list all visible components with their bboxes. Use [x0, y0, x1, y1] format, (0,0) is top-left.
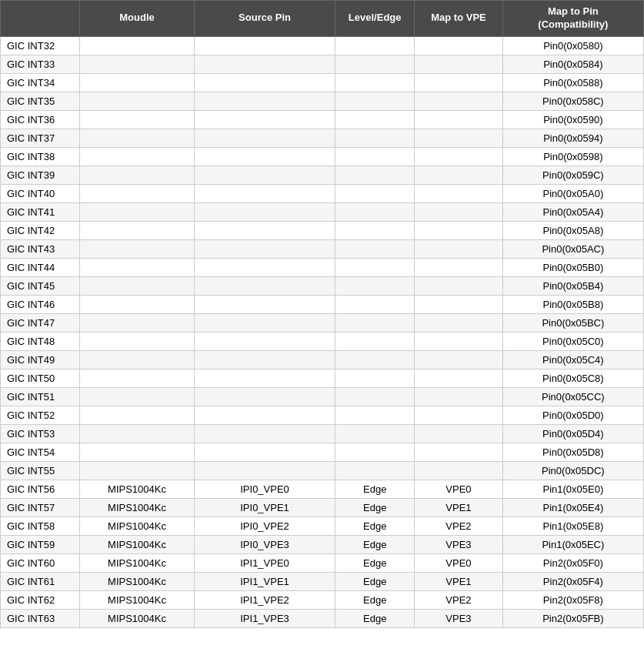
cell-module: [80, 92, 195, 110]
cell-map-to-vpe: VPE3: [415, 609, 503, 627]
table-row: GIC INT40Pin0(0x05A0): [1, 184, 644, 202]
table-row: GIC INT34Pin0(0x0588): [1, 73, 644, 92]
cell-module: MIPS1004Kc: [80, 535, 195, 553]
cell-map-to-vpe: VPE2: [415, 590, 503, 609]
cell-level-edge: [335, 406, 415, 424]
cell-module: [80, 110, 195, 129]
cell-module: [80, 424, 195, 443]
cell-module: [80, 36, 195, 55]
col-header-map-to-pin: Map to Pin (Compatibility): [502, 1, 643, 37]
cell-map-to-vpe: [415, 461, 503, 480]
cell-source-pin: [194, 184, 335, 202]
cell-source-pin: [194, 258, 335, 276]
table-row: GIC INT35Pin0(0x058C): [1, 92, 644, 110]
table-row: GIC INT32Pin0(0x0580): [1, 36, 644, 55]
cell-map-to-vpe: [415, 239, 503, 258]
cell-map-to-pin: Pin0(0x05A8): [502, 221, 643, 239]
cell-name: GIC INT41: [1, 202, 80, 221]
cell-level-edge: [335, 387, 415, 406]
cell-name: GIC INT43: [1, 239, 80, 258]
cell-source-pin: [194, 73, 335, 92]
cell-module: [80, 332, 195, 350]
cell-map-to-pin: Pin0(0x0590): [502, 110, 643, 129]
cell-map-to-pin: Pin0(0x0594): [502, 129, 643, 147]
cell-name: GIC INT58: [1, 517, 80, 535]
col-header-module: Moudle: [80, 1, 195, 37]
cell-source-pin: [194, 295, 335, 313]
cell-level-edge: [335, 443, 415, 461]
cell-source-pin: [194, 387, 335, 406]
cell-module: [80, 165, 195, 184]
cell-level-edge: [335, 129, 415, 147]
cell-name: GIC INT52: [1, 406, 80, 424]
cell-map-to-vpe: [415, 387, 503, 406]
table-body: GIC INT32Pin0(0x0580)GIC INT33Pin0(0x058…: [1, 36, 644, 627]
cell-source-pin: [194, 424, 335, 443]
cell-map-to-vpe: [415, 165, 503, 184]
cell-module: [80, 387, 195, 406]
cell-map-to-pin: Pin0(0x05D8): [502, 443, 643, 461]
cell-name: GIC INT42: [1, 221, 80, 239]
cell-map-to-pin: Pin1(0x05E8): [502, 517, 643, 535]
cell-name: GIC INT48: [1, 332, 80, 350]
cell-source-pin: [194, 221, 335, 239]
cell-level-edge: [335, 221, 415, 239]
table-row: GIC INT43Pin0(0x05AC): [1, 239, 644, 258]
table-row: GIC INT33Pin0(0x0584): [1, 55, 644, 73]
cell-name: GIC INT59: [1, 535, 80, 553]
table-row: GIC INT37Pin0(0x0594): [1, 129, 644, 147]
cell-map-to-vpe: [415, 55, 503, 73]
cell-source-pin: [194, 332, 335, 350]
cell-level-edge: [335, 350, 415, 369]
cell-module: MIPS1004Kc: [80, 517, 195, 535]
cell-name: GIC INT39: [1, 165, 80, 184]
cell-level-edge: Edge: [335, 590, 415, 609]
cell-map-to-vpe: [415, 443, 503, 461]
cell-map-to-vpe: [415, 369, 503, 387]
table-row: GIC INT38Pin0(0x0598): [1, 147, 644, 165]
cell-name: GIC INT56: [1, 480, 80, 498]
cell-name: GIC INT53: [1, 424, 80, 443]
cell-level-edge: Edge: [335, 480, 415, 498]
cell-module: [80, 295, 195, 313]
cell-name: GIC INT54: [1, 443, 80, 461]
cell-name: GIC INT62: [1, 590, 80, 609]
cell-module: [80, 147, 195, 165]
cell-map-to-vpe: [415, 350, 503, 369]
cell-module: [80, 221, 195, 239]
cell-name: GIC INT37: [1, 129, 80, 147]
cell-map-to-vpe: [415, 221, 503, 239]
cell-level-edge: Edge: [335, 498, 415, 517]
cell-source-pin: [194, 350, 335, 369]
cell-source-pin: IPI0_VPE3: [194, 535, 335, 553]
cell-level-edge: [335, 258, 415, 276]
table-row: GIC INT62MIPS1004KcIPI1_VPE2EdgeVPE2Pin2…: [1, 590, 644, 609]
cell-map-to-pin: Pin0(0x05D4): [502, 424, 643, 443]
cell-map-to-vpe: VPE2: [415, 517, 503, 535]
cell-name: GIC INT34: [1, 73, 80, 92]
cell-map-to-vpe: [415, 36, 503, 55]
cell-map-to-vpe: [415, 110, 503, 129]
cell-source-pin: [194, 92, 335, 110]
table-row: GIC INT41Pin0(0x05A4): [1, 202, 644, 221]
cell-map-to-vpe: [415, 406, 503, 424]
cell-map-to-pin: Pin0(0x0598): [502, 147, 643, 165]
cell-map-to-vpe: VPE3: [415, 535, 503, 553]
cell-module: [80, 443, 195, 461]
cell-name: GIC INT40: [1, 184, 80, 202]
table-row: GIC INT50Pin0(0x05C8): [1, 369, 644, 387]
cell-map-to-vpe: [415, 92, 503, 110]
cell-level-edge: Edge: [335, 572, 415, 590]
table-row: GIC INT61MIPS1004KcIPI1_VPE1EdgeVPE1Pin2…: [1, 572, 644, 590]
cell-map-to-vpe: [415, 332, 503, 350]
cell-map-to-pin: Pin0(0x05B4): [502, 276, 643, 295]
cell-name: GIC INT35: [1, 92, 80, 110]
cell-map-to-pin: Pin2(0x05F8): [502, 590, 643, 609]
cell-name: GIC INT50: [1, 369, 80, 387]
cell-map-to-vpe: [415, 313, 503, 332]
table-row: GIC INT54Pin0(0x05D8): [1, 443, 644, 461]
cell-map-to-pin: Pin1(0x05EC): [502, 535, 643, 553]
cell-module: MIPS1004Kc: [80, 590, 195, 609]
cell-source-pin: [194, 443, 335, 461]
cell-map-to-pin: Pin1(0x05E4): [502, 498, 643, 517]
